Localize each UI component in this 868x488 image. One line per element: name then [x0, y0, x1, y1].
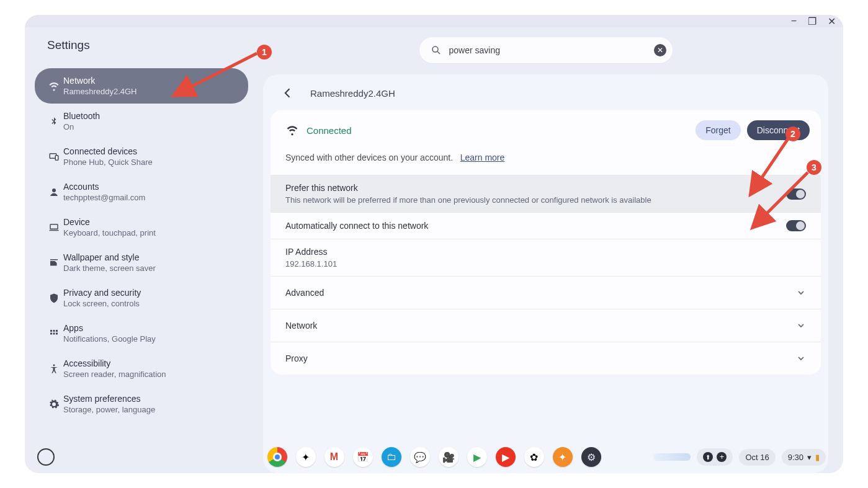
shield-icon: [45, 293, 63, 304]
taskbar: ✦ M 📅 🗀 💬 🎥 ▶ ▶ ✿ ✦ ⚙ ⬆+ Oct 16 9:30▾▮: [30, 445, 838, 469]
annotation-badge-3: 3: [807, 160, 821, 175]
svg-rect-3: [50, 224, 58, 229]
youtube-icon[interactable]: ▶: [496, 447, 516, 467]
gmail-icon[interactable]: M: [324, 447, 344, 467]
svg-line-14: [754, 172, 808, 226]
assistant-icon[interactable]: ✦: [296, 447, 316, 467]
row-prefer-network: Prefer this network This network will be…: [271, 175, 821, 212]
settings-shelf-icon[interactable]: ⚙: [581, 447, 601, 467]
a11y-icon: [45, 363, 63, 375]
annotation-badge-2: 2: [785, 126, 800, 141]
annotation-arrow-1: [170, 48, 269, 104]
chevron-down-icon: [796, 288, 806, 298]
connection-status: Connected: [306, 125, 352, 136]
clear-search-button[interactable]: ✕: [654, 44, 666, 56]
wifi-icon: [45, 81, 63, 92]
sidebar-item-bluetooth[interactable]: BluetoothOn: [35, 104, 248, 139]
svg-point-2: [52, 189, 56, 192]
svg-rect-8: [53, 332, 55, 334]
play-icon[interactable]: ▶: [467, 447, 487, 467]
sidebar-item-device[interactable]: DeviceKeyboard, touchpad, print: [35, 210, 248, 245]
files-icon[interactable]: 🗀: [382, 447, 401, 467]
messages-icon[interactable]: 💬: [410, 447, 430, 467]
sidebar-item-accessibility[interactable]: AccessibilityScreen reader, magnificatio…: [35, 351, 248, 386]
learn-more-link[interactable]: Learn more: [460, 153, 505, 162]
weather-pill[interactable]: [653, 453, 691, 461]
back-button[interactable]: [277, 82, 299, 104]
expand-advanced[interactable]: Advanced: [271, 276, 821, 309]
sidebar-item-system[interactable]: System preferencesStorage, power, langua…: [35, 386, 248, 422]
expand-proxy[interactable]: Proxy: [271, 342, 821, 375]
search-icon: [431, 45, 442, 56]
expand-network[interactable]: Network: [271, 309, 821, 342]
bluetooth-icon: [45, 117, 63, 126]
sidebar-item-sub: Rameshreddy2.4GH: [63, 87, 137, 96]
wifi-lock-icon: [284, 124, 300, 136]
time-pill[interactable]: 9:30▾▮: [782, 449, 826, 466]
gear-icon: [45, 399, 63, 410]
annotation-badge-1: 1: [257, 45, 272, 60]
account-icon: [45, 187, 63, 198]
laptop-icon: [45, 222, 63, 233]
meet-icon[interactable]: 🎥: [439, 447, 459, 467]
system-tray[interactable]: ⬆+ Oct 16 9:30▾▮: [653, 448, 826, 466]
minimize-icon[interactable]: −: [791, 16, 797, 27]
wifi-tray-icon: ▾: [807, 453, 812, 462]
svg-rect-1: [55, 155, 58, 160]
launcher-button[interactable]: [37, 448, 55, 466]
annotation-arrow-3: [748, 169, 817, 237]
toggles-pill[interactable]: ⬆+: [697, 448, 733, 466]
sidebar-item-accounts[interactable]: Accountstechpptest@gmail.com: [35, 174, 248, 210]
synced-text: Synced with other devices on your accoun…: [271, 146, 821, 175]
calendar-icon[interactable]: 📅: [353, 447, 373, 467]
row-ip-address: IP Address 192.168.1.101: [271, 239, 821, 276]
search-input[interactable]: [449, 45, 647, 55]
app-icon[interactable]: ✦: [553, 447, 573, 467]
sidebar-item-connected-devices[interactable]: Connected devicesPhone Hub, Quick Share: [35, 139, 248, 174]
svg-point-11: [432, 47, 438, 52]
search-bar[interactable]: ✕: [419, 37, 673, 63]
page-title: Rameshreddy2.4GH: [310, 88, 395, 99]
photos-icon[interactable]: ✿: [524, 447, 544, 467]
apps-icon: [45, 328, 63, 339]
forget-button[interactable]: Forget: [696, 120, 740, 140]
chevron-down-icon: [796, 321, 806, 331]
devices-icon: [45, 151, 63, 162]
row-auto-connect: Automatically connect to this network: [271, 212, 821, 239]
maximize-icon[interactable]: ❐: [808, 16, 817, 27]
svg-rect-4: [50, 330, 52, 332]
svg-line-12: [176, 53, 257, 94]
sidebar-item-privacy[interactable]: Privacy and securityLock screen, control…: [35, 280, 248, 316]
svg-rect-5: [53, 330, 55, 332]
chrome-icon[interactable]: [267, 447, 287, 467]
date-pill[interactable]: Oct 16: [739, 449, 775, 466]
chevron-down-icon: [796, 353, 806, 363]
sidebar-item-apps[interactable]: AppsNotifications, Google Play: [35, 316, 248, 351]
sidebar-item-wallpaper[interactable]: Wallpaper and styleDark theme, screen sa…: [35, 245, 248, 280]
svg-point-10: [53, 364, 55, 366]
svg-rect-6: [56, 330, 58, 332]
svg-rect-9: [56, 332, 58, 334]
battery-icon: ▮: [815, 453, 820, 462]
style-icon: [45, 257, 63, 268]
svg-rect-7: [50, 332, 52, 334]
close-icon[interactable]: ✕: [828, 16, 836, 27]
shelf: ✦ M 📅 🗀 💬 🎥 ▶ ▶ ✿ ✦ ⚙: [267, 447, 601, 467]
sidebar-item-label: Network: [63, 76, 137, 86]
